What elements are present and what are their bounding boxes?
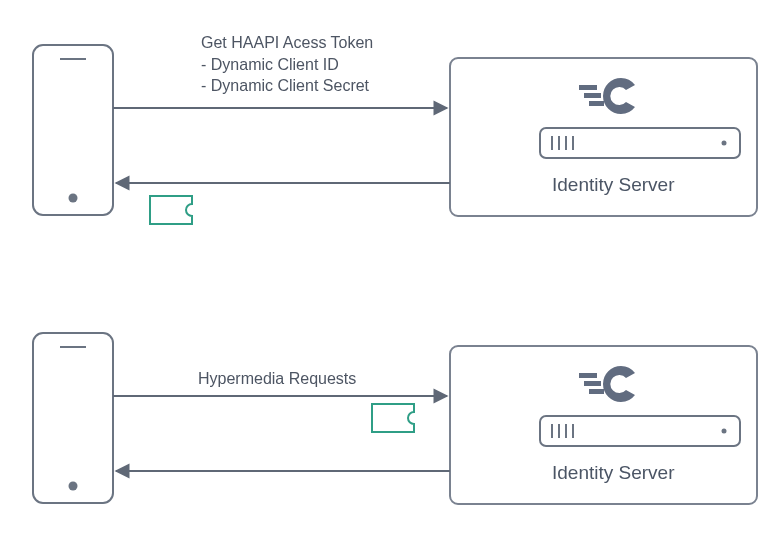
svg-rect-17 — [579, 373, 597, 378]
server-label-2: Identity Server — [552, 462, 675, 484]
flow2-request-label: Hypermedia Requests — [198, 368, 356, 390]
svg-rect-18 — [584, 381, 601, 386]
phone-device-2 — [33, 333, 113, 503]
svg-rect-4 — [579, 85, 597, 90]
svg-point-2 — [69, 194, 78, 203]
flow1-request-label: Get HAAPI Acess Token - Dynamic Client I… — [201, 32, 373, 97]
svg-point-25 — [722, 429, 727, 434]
token-ticket-icon-1 — [150, 196, 192, 224]
diagram-canvas — [0, 0, 782, 542]
svg-rect-7 — [540, 128, 740, 158]
token-ticket-icon-2 — [372, 404, 414, 432]
svg-rect-0 — [33, 45, 113, 215]
svg-point-12 — [722, 141, 727, 146]
phone-device-1 — [33, 45, 113, 215]
svg-rect-13 — [33, 333, 113, 503]
svg-rect-20 — [540, 416, 740, 446]
server-label-1: Identity Server — [552, 174, 675, 196]
flow1-line1: - Dynamic Client ID — [201, 56, 339, 73]
svg-rect-6 — [589, 101, 604, 106]
flow1-line2: - Dynamic Client Secret — [201, 77, 369, 94]
flow1-title: Get HAAPI Acess Token — [201, 34, 373, 51]
svg-point-15 — [69, 482, 78, 491]
svg-rect-5 — [584, 93, 601, 98]
svg-rect-19 — [589, 389, 604, 394]
